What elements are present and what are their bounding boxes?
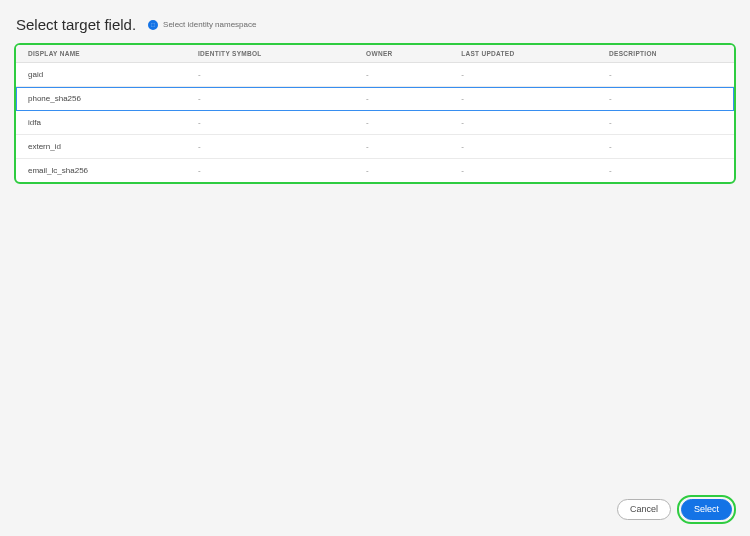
cell-value: - [449,63,597,87]
dialog-footer: Cancel Select [617,495,736,524]
table-row[interactable]: email_lc_sha256---- [16,159,734,183]
table-header-row: DISPLAY NAME IDENTITY SYMBOL OWNER LAST … [16,45,734,63]
identity-table: DISPLAY NAME IDENTITY SYMBOL OWNER LAST … [16,45,734,182]
table-row[interactable]: extern_id---- [16,135,734,159]
cell-display-name: gaid [16,63,186,87]
cell-value: - [354,111,449,135]
select-button-highlight: Select [677,495,736,524]
cell-value: - [186,87,354,111]
col-display-name[interactable]: DISPLAY NAME [16,45,186,63]
cell-value: - [597,63,734,87]
radio-identity-namespace[interactable]: Select identity namespace [148,20,256,30]
cell-display-name: idfa [16,111,186,135]
radio-label: Select identity namespace [163,20,256,29]
cell-value: - [449,159,597,183]
cell-value: - [597,111,734,135]
cell-value: - [597,87,734,111]
cell-display-name: email_lc_sha256 [16,159,186,183]
cell-value: - [354,63,449,87]
cell-value: - [597,135,734,159]
cell-value: - [354,135,449,159]
identity-table-container: DISPLAY NAME IDENTITY SYMBOL OWNER LAST … [14,43,736,184]
cell-value: - [186,135,354,159]
cell-value: - [449,135,597,159]
table-row[interactable]: phone_sha256---- [16,87,734,111]
table-row[interactable]: idfa---- [16,111,734,135]
cell-value: - [186,159,354,183]
cell-value: - [449,111,597,135]
cell-value: - [186,111,354,135]
cell-value: - [449,87,597,111]
dialog-title: Select target field. [16,16,136,33]
col-owner[interactable]: OWNER [354,45,449,63]
col-identity-symbol[interactable]: IDENTITY SYMBOL [186,45,354,63]
cell-display-name: phone_sha256 [16,87,186,111]
col-last-updated[interactable]: LAST UPDATED [449,45,597,63]
radio-selected-icon [148,20,158,30]
cell-value: - [597,159,734,183]
col-description[interactable]: DESCRIPTION [597,45,734,63]
cell-value: - [354,87,449,111]
dialog-header: Select target field. Select identity nam… [0,0,750,43]
select-button[interactable]: Select [681,499,732,520]
cell-display-name: extern_id [16,135,186,159]
cancel-button[interactable]: Cancel [617,499,671,520]
table-row[interactable]: gaid---- [16,63,734,87]
cell-value: - [186,63,354,87]
cell-value: - [354,159,449,183]
